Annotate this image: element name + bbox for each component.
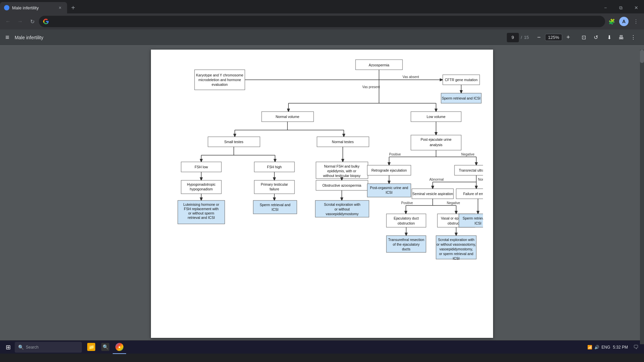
sperm-icsi-1-label: Sperm retrieval and ICSI	[442, 96, 481, 100]
tab-title: Male infertility	[12, 5, 54, 10]
print-button[interactable]: 🖶	[616, 32, 627, 43]
hypogonadotropic-line1: Hypogonadotropic	[187, 182, 215, 186]
scrotal-exploration-2-line5: ICSI	[453, 256, 460, 260]
close-window-button[interactable]: ✕	[629, 2, 644, 13]
forward-button[interactable]: →	[15, 16, 25, 27]
vas-absent-label: Vas absent	[402, 75, 419, 79]
taskbar-search-text: Search	[26, 345, 39, 350]
taskbar-clock: 5:32 PM	[613, 345, 628, 350]
post-ejaculate-line1: Post ejaculate urine	[421, 137, 451, 141]
restore-button[interactable]: ⧉	[613, 2, 629, 13]
cftr-label: CFTR gene mutation	[445, 78, 478, 82]
sperm-icsi-2-line2: ICSI	[272, 207, 278, 212]
normal-fsh-bulky-line2: epididymis, with or	[327, 169, 357, 173]
scrotal-exploration-1-line3: vasoepididymostomy	[326, 212, 359, 216]
taskbar-chrome[interactable]: ●	[113, 341, 126, 354]
karyotype-line1: Karyotype and Y chromosome	[196, 73, 244, 77]
positive-label-1: Positive	[389, 153, 401, 156]
azoospermia-label: Azoospermia	[369, 63, 389, 67]
new-tab-button[interactable]: +	[68, 3, 78, 12]
negative-label-1: Negative	[461, 153, 475, 156]
browser-tab[interactable]: Male infertility ×	[0, 2, 67, 13]
taskbar-right: 📶 🔊 ENG 5:32 PM 🗨	[587, 342, 641, 353]
pdf-content-area: Azoospermia Vas absent CFTR gene mutatio…	[0, 46, 644, 340]
sperm-icsi-3-line1: Sperm retrieval and	[463, 216, 483, 220]
system-tray: 📶 🔊 ENG	[587, 345, 610, 350]
scrotal-exploration-1-line1: Scrotal exploration with	[324, 202, 361, 206]
flowchart-svg: Azoospermia Vas absent CFTR gene mutatio…	[161, 56, 483, 284]
ejaculatory-duct-line2: obstruction	[397, 221, 415, 225]
transrectal-label: Transrectal ultrasound	[459, 168, 483, 172]
address-bar[interactable]	[39, 16, 605, 27]
url-input[interactable]	[52, 19, 601, 24]
lh-fsh-line2: FSH replacement with	[184, 207, 218, 211]
download-button[interactable]: ⬇	[604, 32, 614, 43]
start-button[interactable]: ⊞	[3, 342, 13, 353]
normal-label: Normal	[478, 178, 483, 181]
seminal-vesicle-label: Seminal vesicle aspiration	[412, 192, 453, 196]
zoom-controls: − 125% +	[534, 33, 573, 42]
primary-testicular-line1: Primary testicular	[261, 182, 288, 186]
back-button[interactable]: ←	[3, 16, 13, 27]
zoom-level-display[interactable]: 125%	[545, 34, 562, 41]
taskbar-file-explorer[interactable]: 📁	[85, 341, 98, 354]
more-options-button[interactable]: ⋮	[628, 32, 639, 43]
retrograde-label: Retrograde ejaculation	[371, 168, 407, 172]
obstructive-label: Obstructive azoospermia	[322, 183, 361, 187]
failure-emission-label: Failure of emission	[463, 192, 483, 196]
transurethral-line3: ducts	[402, 247, 410, 251]
vas-present-label: Vas present	[362, 85, 380, 89]
page-separator: /	[521, 35, 522, 40]
scrotal-exploration-2-line4: or sperm retrieval and	[439, 252, 473, 256]
extensions-button[interactable]: 🧩	[606, 16, 617, 27]
primary-testicular-line2: failure	[270, 187, 279, 191]
lh-fsh-line3: or without sperm	[188, 211, 214, 215]
language-indicator: ENG	[601, 345, 610, 350]
post-ejaculate-line2: analysis	[430, 143, 442, 147]
minimize-button[interactable]: −	[598, 2, 613, 13]
taskbar-search-app[interactable]: 🔍	[99, 341, 112, 354]
scrotal-exploration-2-line3: vasoepididymostomy,	[439, 247, 473, 251]
abnormal-label: Abnormal	[429, 178, 444, 181]
scrotal-exploration-1-line2: or without	[334, 207, 350, 211]
clock-time: 5:32 PM	[613, 345, 628, 350]
fit-page-button[interactable]: ⊡	[578, 32, 589, 43]
scrotal-exploration-2-line1: Scrotal exploration with	[438, 238, 475, 242]
taskbar: ⊞ 🔍 Search 📁 🔍 ● 📶 🔊 ENG 5:32 PM 🗨	[0, 340, 644, 354]
profile-button[interactable]: A	[619, 16, 629, 27]
normal-fsh-bulky-line3: without testicular biopsy	[323, 174, 361, 178]
page-controls: / 15	[507, 33, 529, 42]
sperm-icsi-3-box	[459, 214, 483, 227]
search-app-icon: 🔍	[101, 343, 109, 351]
google-icon	[43, 18, 49, 24]
volume-icon: 🔊	[594, 345, 599, 350]
zoom-in-button[interactable]: +	[564, 33, 573, 42]
pdf-page: Azoospermia Vas absent CFTR gene mutatio…	[151, 50, 493, 338]
lh-fsh-line4: retrieval and ICSI	[187, 216, 215, 220]
small-testes-label: Small testes	[224, 140, 243, 144]
taskbar-search[interactable]: 🔍 Search	[15, 342, 82, 353]
post-orgasmic-line1: Post-orgasmic urine and	[370, 186, 408, 190]
positive-label-2: Positive	[401, 201, 413, 205]
karyotype-line3: evaluation	[212, 82, 228, 86]
reload-button[interactable]: ↻	[27, 16, 38, 27]
zoom-out-button[interactable]: −	[534, 33, 544, 42]
pdf-menu-icon[interactable]: ≡	[5, 34, 9, 41]
page-number-input[interactable]	[507, 33, 519, 42]
sperm-icsi-3-line2: ICSI	[475, 221, 481, 225]
tab-favicon	[4, 5, 9, 10]
total-pages: 15	[524, 35, 529, 40]
hypogonadotropic-line2: hypogonadism	[190, 187, 213, 191]
network-icon: 📶	[587, 345, 592, 350]
negative-label-2: Negative	[447, 201, 460, 205]
transurethral-line2: of the ejaculatory	[393, 242, 420, 246]
scrollbar-thumb[interactable]	[640, 50, 644, 63]
transurethral-line1: Transurethral resection	[388, 238, 424, 242]
tab-close-button[interactable]: ×	[57, 5, 63, 11]
lh-fsh-line1: Luteinising hormone or	[183, 202, 219, 206]
rotate-button[interactable]: ↺	[590, 32, 601, 43]
taskbar-apps: 📁 🔍 ●	[85, 341, 126, 354]
scrotal-exploration-2-line2: or without vasovasotomy,	[436, 242, 476, 246]
browser-menu-button[interactable]: ⋮	[631, 16, 641, 27]
ejaculatory-duct-line1: Ejaculatory duct	[394, 216, 419, 220]
